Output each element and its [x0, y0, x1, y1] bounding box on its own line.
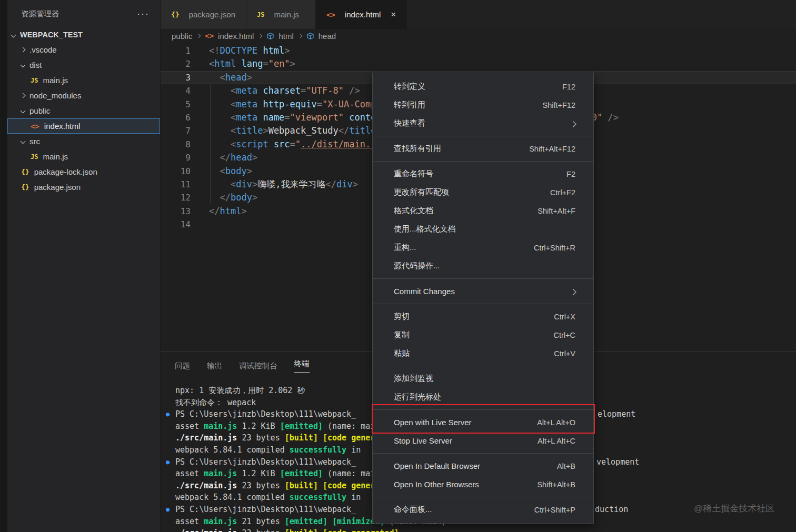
breadcrumb: public<>index.htmlhtmlhead: [161, 29, 796, 43]
line-number: 12: [161, 191, 191, 204]
tab-package.json[interactable]: {}package.json: [161, 0, 246, 29]
menu-item-label: 粘贴: [394, 348, 410, 358]
menu-shortcut: F2: [566, 170, 575, 178]
chevron-right-icon: [298, 34, 302, 38]
menu-item-快速查看[interactable]: 快速查看: [373, 114, 593, 133]
panel-tab-终端[interactable]: 终端: [294, 352, 310, 379]
tree-item-dist[interactable]: dist: [7, 57, 160, 73]
tree-item-.vscode[interactable]: .vscode: [7, 42, 160, 57]
terminal-line-tail: duction: [595, 504, 628, 516]
tree-item-label: main.js: [43, 152, 68, 161]
close-icon[interactable]: ×: [391, 9, 396, 20]
breadcrumb-item-html[interactable]: html: [278, 32, 293, 41]
json-file-icon: {}: [171, 11, 180, 18]
menu-item-label: 转到定义: [394, 82, 425, 92]
menu-item-label: Open with Live Server: [394, 418, 472, 427]
code-text: <div>嗨喽,我来学习咯</div>: [191, 178, 358, 191]
menu-item-重构...[interactable]: 重构...Ctrl+Shift+R: [373, 238, 593, 257]
panel-tab-问题[interactable]: 问题: [175, 352, 190, 379]
menu-shortcut: Alt+L Alt+C: [538, 437, 575, 445]
menu-item-查找所有引用[interactable]: 查找所有引用Shift+Alt+F12: [373, 139, 593, 158]
menu-item-Open with Live Server[interactable]: Open with Live ServerAlt+L Alt+O: [373, 413, 593, 431]
code-line: 1<!DOCTYPE html>: [161, 44, 796, 57]
code-text: </body>: [191, 191, 257, 204]
menu-divider: [373, 304, 593, 304]
submenu-chevron-icon: [571, 119, 575, 128]
tree-item-main.js[interactable]: JSmain.js: [7, 73, 160, 88]
context-menu: 转到定义F12转到引用Shift+F12快速查看查找所有引用Shift+Alt+…: [372, 73, 594, 524]
breadcrumb-item-public[interactable]: public: [172, 32, 192, 41]
more-actions-icon[interactable]: ···: [137, 11, 150, 16]
menu-item-Open In Other Browsers[interactable]: Open In Other BrowsersShift+Alt+B: [373, 475, 593, 494]
menu-item-命令面板...[interactable]: 命令面板...Ctrl+Shift+P: [373, 500, 593, 519]
menu-item-label: Open In Default Browser: [394, 461, 480, 470]
menu-item-转到定义[interactable]: 转到定义F12: [373, 77, 593, 96]
chevron-right-icon: [21, 47, 26, 53]
prompt-dot-icon: ●: [166, 456, 170, 468]
code-line: 2<html lang="en">: [161, 57, 796, 71]
code-text: [191, 218, 209, 231]
menu-shortcut: Ctrl+Shift+P: [534, 506, 575, 514]
line-number: 8: [161, 138, 191, 151]
terminal-line: ./src/main.js 23 bytes [built] [code gen…: [161, 527, 796, 532]
menu-item-格式化文档[interactable]: 格式化文档Shift+Alt+F: [373, 202, 593, 220]
chevron-down-icon: [11, 32, 16, 37]
tab-main.js[interactable]: JSmain.js: [246, 0, 316, 29]
menu-item-重命名符号[interactable]: 重命名符号F2: [373, 165, 593, 183]
tree-item-label: index.html: [44, 122, 80, 131]
breadcrumb-item-head[interactable]: head: [319, 32, 336, 41]
tree-item-index.html[interactable]: <>index.html: [7, 118, 160, 134]
tree-item-node_modules[interactable]: node_modules: [7, 88, 160, 103]
menu-item-添加到监视[interactable]: 添加到监视: [373, 369, 593, 388]
panel-tab-label: 问题: [175, 361, 190, 371]
line-number: 14: [161, 218, 191, 231]
menu-item-更改所有匹配项[interactable]: 更改所有匹配项Ctrl+F2: [373, 183, 593, 202]
menu-item-Open In Default Browser[interactable]: Open In Default BrowserAlt+B: [373, 457, 593, 475]
vscode-window: 资源管理器 ··· WEBPACK_TEST .vscodedistJSmain…: [0, 0, 796, 532]
tree-item-package-lock.json[interactable]: {}package-lock.json: [7, 164, 160, 179]
tree-item-label: .vscode: [29, 45, 57, 54]
line-number: 7: [161, 124, 191, 137]
tree-item-main.js[interactable]: JSmain.js: [7, 149, 160, 164]
menu-shortcut: Shift+Alt+F12: [529, 145, 575, 153]
prompt-dot-icon: ●: [166, 408, 170, 420]
tree-item-label: src: [29, 137, 40, 146]
menu-item-粘贴[interactable]: 粘贴Ctrl+V: [373, 344, 593, 363]
file-tree: .vscodedistJSmain.jsnode_modulespublic<>…: [7, 42, 160, 195]
tree-item-label: package-lock.json: [34, 167, 97, 176]
menu-item-源代码操作...[interactable]: 源代码操作...: [373, 257, 593, 275]
menu-shortcut: Alt+B: [557, 462, 575, 470]
menu-item-label: 使用...格式化文档: [394, 224, 456, 234]
tree-root-workspace[interactable]: WEBPACK_TEST: [7, 27, 160, 42]
json-file-icon: {}: [21, 183, 29, 191]
panel-tab-输出[interactable]: 输出: [207, 352, 222, 379]
menu-shortcut: Shift+Alt+F: [538, 207, 575, 215]
tab-index.html[interactable]: <>index.html×: [316, 0, 407, 29]
code-text: <body>: [191, 165, 252, 178]
tree-item-public[interactable]: public: [7, 103, 160, 118]
js-file-icon: JS: [31, 153, 38, 160]
panel-tab-调试控制台[interactable]: 调试控制台: [239, 352, 277, 379]
menu-item-Stop Live Server[interactable]: Stop Live ServerAlt+L Alt+C: [373, 431, 593, 450]
menu-item-剪切[interactable]: 剪切Ctrl+X: [373, 307, 593, 326]
code-text: <meta charset="UTF-8" />: [191, 84, 360, 97]
menu-shortcut: Ctrl+X: [554, 313, 575, 321]
editor-tabbar: {}package.jsonJSmain.js<>index.html×: [161, 0, 796, 29]
menu-shortcut: Ctrl+F2: [550, 188, 575, 197]
menu-divider: [373, 453, 593, 454]
tree-item-package.json[interactable]: {}package.json: [7, 179, 160, 195]
chevron-down-icon: [21, 63, 26, 68]
tree-item-src[interactable]: src: [7, 134, 160, 149]
menu-item-label: 重构...: [394, 243, 416, 253]
activity-bar[interactable]: [0, 0, 7, 532]
breadcrumb-item-index.html[interactable]: index.html: [218, 32, 254, 41]
submenu-chevron-icon: [571, 287, 575, 296]
menu-item-label: Stop Live Server: [394, 436, 452, 445]
menu-item-复制[interactable]: 复制Ctrl+C: [373, 326, 593, 344]
menu-shortcut: Ctrl+Shift+R: [534, 244, 575, 252]
js-file-icon: JS: [31, 77, 38, 84]
menu-item-使用...格式化文档[interactable]: 使用...格式化文档: [373, 220, 593, 238]
menu-item-Commit Changes[interactable]: Commit Changes: [373, 282, 593, 300]
menu-item-转到引用[interactable]: 转到引用Shift+F12: [373, 96, 593, 114]
menu-item-运行到光标处[interactable]: 运行到光标处: [373, 388, 593, 406]
